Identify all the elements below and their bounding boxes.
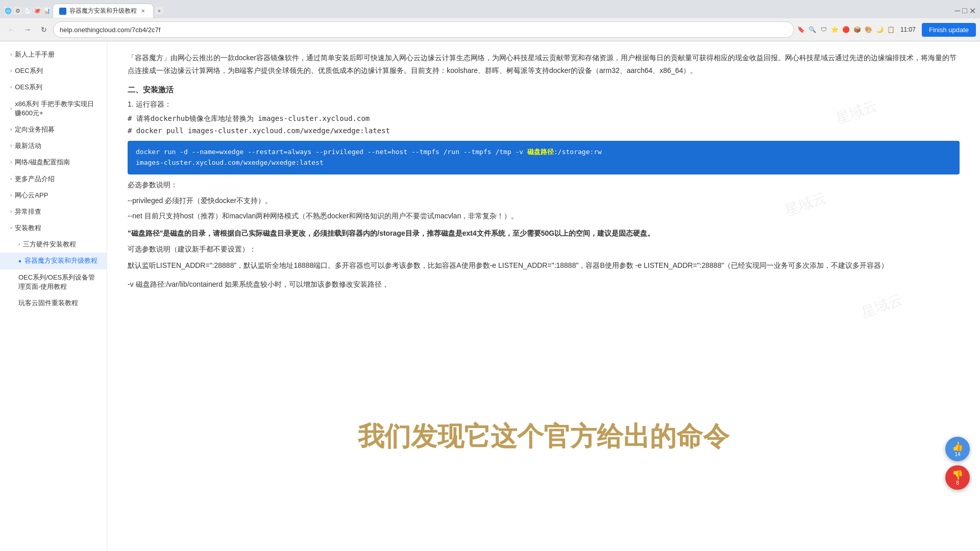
sidebar-item-label: 三方硬件安装教程 (23, 240, 76, 249)
dislike-count: 8 (956, 481, 959, 486)
ext-icon-6[interactable]: 📦 (852, 24, 863, 35)
finish-update-button[interactable]: Finish update (922, 23, 976, 37)
sidebar-item-troubleshoot[interactable]: › 异常排查 (0, 204, 107, 220)
sidebar-item-custom-biz[interactable]: › 定向业务招募 (0, 121, 107, 138)
forward-button[interactable]: → (20, 22, 35, 37)
active-indicator: ● (18, 258, 21, 265)
sidebar-item-label: 网心云APP (15, 191, 48, 200)
sidebar-item-label: 安装教程 (15, 223, 41, 233)
tab-title: 容器魔方安装和升级教程 (69, 7, 137, 15)
sidebar-item-install-guide[interactable]: › 安装教程 (0, 220, 107, 236)
param-v-text: -v 磁盘路径:/var/lib/containerd 如果系统盘较小时，可以增… (128, 278, 960, 291)
code-text-before-highlight: docker run -d --name=wxedge --restart=al… (136, 148, 527, 156)
arrow-icon: › (10, 159, 12, 166)
dislike-icon: 👎 (952, 469, 963, 481)
sidebar-item-network[interactable]: › 网络/磁盘配置指南 (0, 154, 107, 170)
arrow-icon: › (10, 51, 12, 58)
tab-bar: 🌐 ⚙ 📄 🐙 📊 容器魔方安装和升级教程 ✕ + ─ □ ✕ (0, 0, 980, 18)
tab-favicon-2[interactable]: ⚙ (14, 7, 22, 15)
sidebar-item-label: 异常排查 (15, 207, 41, 216)
close-button[interactable]: ✕ (969, 6, 976, 16)
like-count: 14 (954, 452, 960, 457)
ext-icon-2[interactable]: 🔍 (807, 24, 818, 35)
sidebar-item-label: OES系列 (15, 83, 42, 92)
maximize-button[interactable]: □ (962, 6, 967, 16)
ext-icon-1[interactable]: 🔖 (796, 24, 806, 35)
dislike-button[interactable]: 👎 8 (945, 465, 970, 490)
minimize-button[interactable]: ─ (954, 6, 960, 16)
sidebar-item-label: 最新活动 (15, 141, 41, 151)
arrow-icon: › (10, 208, 12, 215)
ext-icon-4[interactable]: ⭐ (830, 24, 840, 35)
sidebar: › 新人上手手册 › OEC系列 › OES系列 › x86系列 手把手教学实现… (0, 41, 107, 551)
optional-text: 默认监听LISTEN_ADDR=":28888"，默认监听全地址18888端口。… (128, 259, 960, 272)
active-tab[interactable]: 容器魔方安装和升级教程 ✕ (53, 4, 154, 18)
arrow-icon: › (10, 84, 12, 91)
code-block[interactable]: docker run -d --name=wxedge --restart=al… (128, 141, 960, 174)
sidebar-item-label: 更多产品介绍 (15, 174, 55, 184)
sidebar-item-label: 容器魔方安装和升级教程 (24, 256, 97, 265)
like-button[interactable]: 👍 14 (945, 437, 970, 461)
ext-icon-8[interactable]: 🌙 (875, 24, 885, 35)
address-bar[interactable] (53, 21, 794, 38)
tab-favicon-3[interactable]: 📄 (23, 7, 32, 15)
new-tab-button[interactable]: + (155, 7, 163, 15)
sidebar-item-label: x86系列 手把手教学实现日赚600元+ (15, 99, 99, 118)
param-item-1: --privileged 必须打开（爱快docker不支持）。 (128, 195, 960, 206)
code-line-1: docker run -d --name=wxedge --restart=al… (136, 147, 951, 158)
bg-watermark-3: 星域云 (859, 290, 905, 322)
extension-icons: 🔖 🔍 🛡 ⭐ 🔴 📦 🎨 🌙 📋 (796, 24, 896, 35)
arrow-icon: › (18, 241, 20, 248)
param-item-2: --net 目前只支持host（推荐）和macvlan两种网络模式（不熟悉doc… (128, 210, 960, 221)
sidebar-item-label: OEC系列/OES系列设备管理页面-使用教程 (18, 273, 99, 291)
arrow-icon: › (10, 105, 12, 112)
sidebar-item-app[interactable]: › 网心云APP (0, 187, 107, 204)
back-button[interactable]: ← (4, 22, 18, 37)
ext-icon-7[interactable]: 🎨 (864, 24, 874, 35)
sidebar-item-newcomer[interactable]: › 新人上手手册 (0, 46, 107, 63)
comment-line-1: # 请将dockerhub镜像仓库地址替换为 images-cluster.xy… (128, 114, 960, 123)
reload-button[interactable]: ↻ (37, 22, 51, 37)
sidebar-item-more-products[interactable]: › 更多产品介绍 (0, 171, 107, 187)
arrow-icon: › (10, 126, 12, 133)
code-line-2: images-cluster.xycloud.com/wxedge/wxedge… (136, 158, 951, 168)
tab-close-button[interactable]: ✕ (139, 7, 147, 15)
intro-paragraph: 「容器魔方」由网心云推出的一款docker容器镜像软件，通过简单安装后即可快速加… (128, 52, 960, 77)
video-caption-overlay: 我们发现它这个官方给出的命令 (107, 414, 980, 460)
ext-icon-3[interactable]: 🛡 (819, 24, 829, 35)
clock: 11:07 (900, 26, 916, 33)
ext-icon-5[interactable]: 🔴 (841, 24, 851, 35)
bold-warning: "磁盘路径"是磁盘的目录，请根据自己实际磁盘目录更改，必须挂载到容器内的/sto… (128, 227, 960, 240)
section2-title: 二、安装激活 (128, 85, 960, 95)
sidebar-item-oec[interactable]: › OEC系列 (0, 63, 107, 79)
code-text-after-highlight: :/storage:rw (554, 148, 602, 156)
sidebar-item-youke-reinstall[interactable]: 玩客云固件重装教程 (0, 295, 107, 311)
sidebar-item-label: 新人上手手册 (15, 50, 55, 59)
sidebar-item-container-install[interactable]: ● 容器魔方安装和升级教程 (0, 253, 107, 269)
tab-favicon-1[interactable]: 🌐 (4, 7, 12, 15)
arrow-icon: › (10, 142, 12, 149)
param-title: 必选参数说明： (128, 181, 960, 190)
sidebar-item-oec-oes-manage[interactable]: OEC系列/OES系列设备管理页面-使用教程 (0, 269, 107, 295)
browser-chrome: 🌐 ⚙ 📄 🐙 📊 容器魔方安装和升级教程 ✕ + ─ □ ✕ ← → (0, 0, 980, 41)
ext-icon-9[interactable]: 📋 (886, 24, 896, 35)
tab-favicon-4[interactable]: 🐙 (33, 7, 41, 15)
arrow-icon: › (10, 67, 12, 74)
comment-line-2: # docker pull images-cluster.xycloud.com… (128, 127, 960, 135)
optional-params-title: 可选参数说明（建议新手都不要设置）： (128, 245, 960, 254)
tab-favicon-5[interactable]: 📊 (43, 7, 51, 15)
step1-label: 1. 运行容器： (128, 100, 960, 109)
browser-toolbar: ← → ↻ 🔖 🔍 🛡 ⭐ 🔴 📦 🎨 🌙 📋 11:07 Finish upd… (0, 18, 980, 41)
sidebar-item-third-party[interactable]: › 三方硬件安装教程 (0, 236, 107, 253)
sidebar-item-label: 网络/磁盘配置指南 (15, 158, 70, 167)
sidebar-item-latest[interactable]: › 最新活动 (0, 138, 107, 154)
page-content: › 新人上手手册 › OEC系列 › OES系列 › x86系列 手把手教学实现… (0, 41, 980, 551)
optional-content: 默认监听LISTEN_ADDR=":28888"，默认监听全地址18888端口。… (128, 259, 960, 291)
sidebar-item-label: 定向业务招募 (15, 125, 55, 134)
sidebar-item-label: 玩客云固件重装教程 (18, 298, 78, 308)
code-highlight-text: 磁盘路径 (527, 148, 554, 156)
sidebar-item-x86[interactable]: › x86系列 手把手教学实现日赚600元+ (0, 96, 107, 121)
sidebar-item-label: OEC系列 (15, 66, 42, 76)
main-content-area: 星域云 星域云 星域云 「容器魔方」由网心云推出的一款docker容器镜像软件，… (107, 41, 980, 551)
sidebar-item-oes[interactable]: › OES系列 (0, 79, 107, 95)
